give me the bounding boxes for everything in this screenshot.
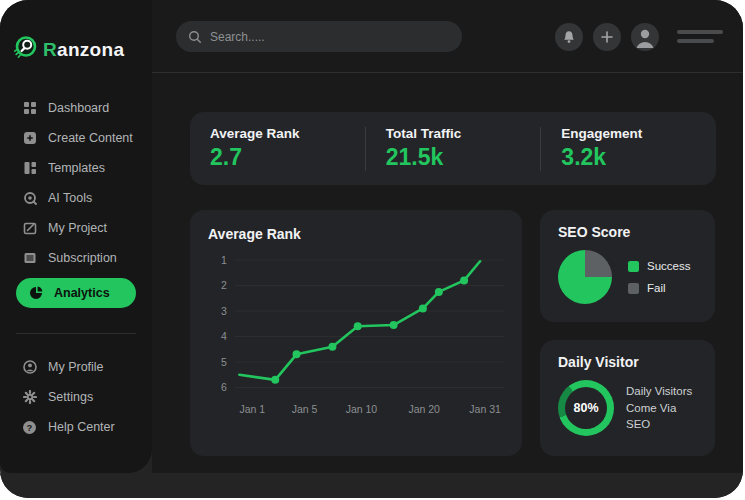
stat-value: 21.5k [386, 144, 541, 171]
legend-label: Success [647, 260, 690, 272]
profile-icon [22, 360, 37, 375]
stat-label: Total Traffic [386, 126, 541, 141]
daily-visitor-title: Daily Visitor [558, 354, 703, 370]
brand-name: Ranzona [43, 39, 124, 61]
avatar-icon [631, 23, 659, 51]
sidebar-item-subscription[interactable]: Subscription [0, 243, 152, 273]
svg-text:Jan 20: Jan 20 [408, 403, 440, 415]
topbar [152, 0, 743, 73]
success-swatch [628, 261, 639, 272]
main-area: Average Rank 2.7 Total Traffic 21.5k Eng… [152, 0, 743, 473]
dashboard-icon [22, 101, 37, 116]
search-input[interactable] [210, 30, 450, 44]
sidebar-item-label: Dashboard [48, 101, 109, 115]
svg-text:2: 2 [221, 279, 227, 291]
sidebar-item-label: Templates [48, 161, 105, 175]
daily-visitor-caption: Daily Visitors Come Via SEO [626, 383, 703, 433]
ai-tools-icon [22, 191, 37, 206]
app-window: Ranzona Dashboard [0, 0, 743, 498]
legend-item-fail: Fail [628, 282, 690, 294]
plus-icon [601, 31, 613, 43]
sidebar: Ranzona Dashboard [0, 0, 152, 473]
average-rank-chart-card: Average Rank 123456Jan 1Jan 5Jan 10Jan 2… [190, 210, 522, 456]
add-button[interactable] [593, 23, 621, 51]
stat-total-traffic: Total Traffic 21.5k [366, 126, 541, 171]
search-icon [188, 30, 202, 44]
sidebar-item-label: Analytics [54, 286, 110, 300]
stats-summary-card: Average Rank 2.7 Total Traffic 21.5k Eng… [190, 112, 716, 185]
svg-text:Jan 10: Jan 10 [346, 403, 378, 415]
seo-score-pie-chart [558, 250, 612, 304]
stat-value: 3.2k [561, 144, 716, 171]
user-avatar[interactable] [631, 23, 659, 51]
gear-icon [22, 390, 37, 405]
sidebar-footer-nav: My Profile [0, 352, 152, 442]
help-icon: ? [22, 420, 37, 435]
templates-icon [22, 161, 37, 176]
brand-logo-icon [12, 34, 39, 65]
stat-engagement: Engagement 3.2k [541, 126, 716, 171]
sidebar-item-ai-tools[interactable]: AI Tools [0, 183, 152, 213]
stat-label: Engagement [561, 126, 716, 141]
donut-percent-label: 80% [573, 401, 598, 415]
sidebar-item-dashboard[interactable]: Dashboard [0, 93, 152, 123]
legend-label: Fail [647, 282, 666, 294]
sidebar-item-label: Help Center [48, 420, 115, 434]
fail-swatch [628, 283, 639, 294]
sidebar-item-templates[interactable]: Templates [0, 153, 152, 183]
stat-average-rank: Average Rank 2.7 [190, 126, 365, 171]
sidebar-divider [16, 333, 136, 334]
sidebar-item-label: My Project [48, 221, 107, 235]
chart-title: Average Rank [208, 226, 508, 242]
sidebar-item-label: Create Content [48, 131, 133, 145]
menu-bar [677, 30, 723, 34]
subscription-icon [22, 251, 37, 266]
daily-visitor-card: Daily Visitor 80% Daily Visitors Come Vi… [540, 340, 715, 456]
seo-score-card: SEO Score Success [540, 210, 715, 322]
window-footer-strip [0, 473, 743, 498]
brand-logo: Ranzona [0, 34, 152, 65]
svg-text:Jan 1: Jan 1 [240, 403, 266, 415]
sidebar-item-label: My Profile [48, 360, 104, 374]
sidebar-item-analytics[interactable]: Analytics [16, 278, 136, 308]
svg-text:Jan 31: Jan 31 [469, 403, 501, 415]
sidebar-item-help-center[interactable]: ? Help Center [0, 412, 152, 442]
sidebar-item-settings[interactable]: Settings [0, 382, 152, 412]
menu-bar [677, 39, 714, 43]
svg-text:4: 4 [221, 330, 227, 342]
svg-text:1: 1 [221, 254, 227, 266]
search-bar[interactable] [176, 21, 462, 52]
sidebar-nav: Dashboard Create Content [0, 93, 152, 313]
menu-toggle[interactable] [677, 30, 723, 43]
sidebar-item-my-project[interactable]: My Project [0, 213, 152, 243]
sidebar-item-label: Subscription [48, 251, 117, 265]
sidebar-item-create-content[interactable]: Create Content [0, 123, 152, 153]
svg-text:Jan 5: Jan 5 [292, 403, 318, 415]
my-project-icon [22, 221, 37, 236]
svg-text:6: 6 [221, 381, 227, 393]
sidebar-item-label: Settings [48, 390, 93, 404]
sidebar-item-label: AI Tools [48, 191, 92, 205]
svg-text:5: 5 [221, 356, 227, 368]
stat-value: 2.7 [210, 144, 365, 171]
dashboard-content: Average Rank 2.7 Total Traffic 21.5k Eng… [152, 73, 743, 456]
seo-score-title: SEO Score [558, 224, 701, 240]
seo-legend: Success Fail [628, 260, 690, 294]
legend-item-success: Success [628, 260, 690, 272]
notifications-button[interactable] [555, 23, 583, 51]
topbar-actions [555, 23, 723, 51]
svg-text:3: 3 [221, 305, 227, 317]
average-rank-line-chart: 123456Jan 1Jan 5Jan 10Jan 20Jan 31 [208, 246, 508, 446]
sidebar-item-my-profile[interactable]: My Profile [0, 352, 152, 382]
create-content-icon [22, 131, 37, 146]
daily-visitor-donut-chart: 80% [558, 380, 614, 436]
stat-label: Average Rank [210, 126, 365, 141]
bell-icon [562, 30, 576, 44]
analytics-pie-icon [28, 286, 43, 301]
